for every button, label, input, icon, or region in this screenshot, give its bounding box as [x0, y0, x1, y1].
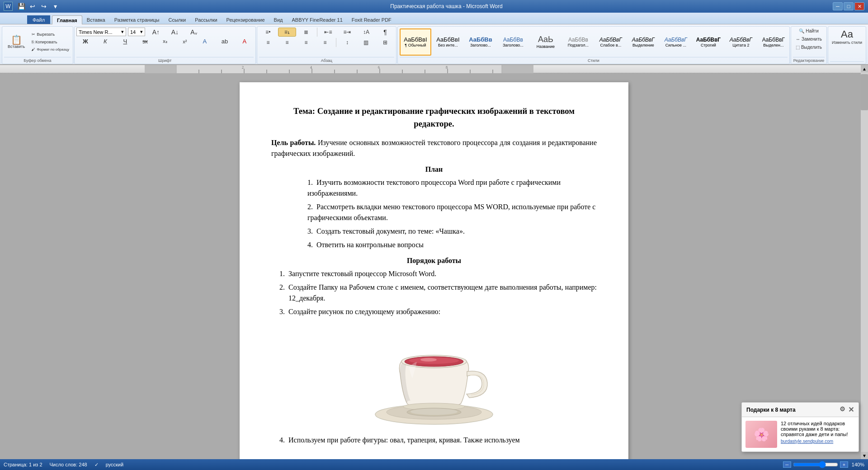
- tab-home[interactable]: Главная: [52, 15, 82, 24]
- scrollbar-right[interactable]: ▲ ▼: [861, 65, 868, 459]
- save-quick-btn[interactable]: 💾: [16, 1, 26, 11]
- style-quote-preview: АаБбВвГ: [730, 37, 752, 43]
- bullets-button[interactable]: ≡•: [259, 28, 277, 36]
- justify-button[interactable]: ≡: [316, 38, 334, 47]
- line-spacing-button[interactable]: ↕: [338, 38, 356, 47]
- zoom-level[interactable]: 140%: [852, 462, 864, 467]
- highlight-button[interactable]: ab: [216, 38, 234, 45]
- maximize-button[interactable]: □: [844, 2, 854, 10]
- tab-view[interactable]: Вид: [269, 15, 288, 24]
- numbering-button[interactable]: ≡₁: [278, 28, 296, 37]
- spell-check-icon[interactable]: ✓: [94, 462, 99, 468]
- style-heading2[interactable]: АаБбВв Заголово...: [497, 28, 529, 56]
- font-size-selector[interactable]: 14 ▾: [128, 28, 145, 36]
- cut-label: Вырезать: [37, 32, 55, 37]
- tab-review[interactable]: Рецензирование: [222, 15, 269, 24]
- close-button[interactable]: ✕: [854, 2, 864, 10]
- increase-font-button[interactable]: A↑: [147, 28, 165, 36]
- multilevel-list-button[interactable]: ≣: [297, 28, 315, 36]
- replace-button[interactable]: ↔ Заменить: [794, 36, 824, 42]
- order-text-4: Используем при работе фигуры: овал, трап…: [288, 435, 597, 446]
- style-subtle-em[interactable]: АаБбВвГ Слабое в...: [595, 28, 627, 56]
- align-right-button[interactable]: ≡: [297, 38, 315, 47]
- svg-rect-2: [502, 65, 533, 73]
- style-heading2-preview: АаБбВв: [503, 37, 523, 43]
- notification-controls: ⚙ ✕: [840, 405, 854, 414]
- tab-file[interactable]: Файл: [27, 15, 50, 24]
- tab-references[interactable]: Ссылки: [164, 15, 190, 24]
- cut-button[interactable]: ✂ Вырезать: [30, 31, 71, 38]
- page-info[interactable]: Страница: 1 из 2: [4, 462, 42, 467]
- find-label: Найти: [806, 28, 819, 33]
- sort-button[interactable]: ↕A: [357, 28, 375, 36]
- notification-link[interactable]: burdastyle.sendpulse.com: [781, 439, 855, 444]
- style-subtitle[interactable]: АаБбВв Подзагол...: [562, 28, 594, 56]
- font-content: Times New R... ▾ 14 ▾ A↑ A↓ Aᵥ Ж К Ч зк …: [76, 28, 254, 56]
- superscript-button[interactable]: x²: [176, 38, 194, 45]
- tab-mailings[interactable]: Рассылки: [190, 15, 222, 24]
- word-count[interactable]: Число слов: 248: [50, 462, 87, 467]
- scroll-down-button[interactable]: ▼: [861, 452, 868, 459]
- font-name-selector[interactable]: Times New R... ▾: [76, 28, 126, 36]
- style-title[interactable]: АаЬ Название: [530, 28, 561, 56]
- minimize-button[interactable]: ─: [833, 2, 843, 10]
- tab-abbyy[interactable]: ABBYY FineReader 11: [287, 15, 347, 24]
- decrease-font-button[interactable]: A↓: [166, 28, 184, 36]
- ruler-svg: 2 4 6 8: [145, 65, 533, 73]
- decrease-indent-button[interactable]: ⇤≡: [319, 28, 337, 36]
- copy-icon: ⎘: [32, 40, 34, 44]
- shading-button[interactable]: ▥: [357, 38, 375, 47]
- style-strong[interactable]: АаБбВвГ Строгий: [693, 28, 724, 56]
- italic-button[interactable]: К: [96, 38, 114, 45]
- copy-button[interactable]: ⎘ Копировать: [30, 39, 71, 45]
- font-color-button[interactable]: A: [236, 38, 254, 45]
- change-styles-button[interactable]: Aa Изменить стили: [830, 28, 864, 46]
- format-painter-button[interactable]: 🖌 Формат по образцу: [30, 47, 71, 52]
- text-effects-button[interactable]: A: [196, 38, 214, 45]
- scroll-up-button[interactable]: ▲: [861, 65, 868, 72]
- zoom-in-button[interactable]: +: [840, 461, 848, 468]
- clear-format-button[interactable]: Aᵥ: [185, 28, 203, 36]
- scroll-thumb[interactable]: [861, 74, 868, 110]
- strikethrough-button[interactable]: зк: [136, 38, 154, 45]
- style-no-spacing[interactable]: АаБбВвI Без инте...: [432, 28, 464, 56]
- find-button[interactable]: 🔍 Найти: [797, 28, 821, 34]
- undo-quick-btn[interactable]: ↩: [28, 1, 38, 11]
- style-emphasis[interactable]: АаБбВвГ Выделение: [627, 28, 659, 56]
- zoom-slider[interactable]: [793, 461, 838, 468]
- clipboard-group-label: Буфер обмена: [4, 57, 71, 63]
- style-intense-em[interactable]: АаБбВвГ Сильное ...: [660, 28, 692, 56]
- show-marks-button[interactable]: ¶: [376, 28, 394, 37]
- style-intense-quote[interactable]: АаБбВвГ Выделен...: [758, 28, 788, 56]
- align-center-button[interactable]: ≡: [278, 38, 296, 47]
- bold-button[interactable]: Ж: [76, 38, 94, 45]
- order-text-2: Создайте Папку на Рабочем столе с именем…: [288, 282, 597, 304]
- paste-button[interactable]: 📋 Вставить: [4, 33, 28, 51]
- font-size-value: 14: [130, 29, 136, 35]
- plan-item-4: 4. Ответить на контрольные вопросы: [307, 240, 597, 250]
- order-item-1: 1. Запустите текстовый процессор Microso…: [271, 268, 597, 279]
- customize-quick-btn[interactable]: ▾: [50, 1, 60, 11]
- language[interactable]: русский: [106, 462, 123, 467]
- align-left-button[interactable]: ≡: [259, 38, 277, 47]
- format-label: Формат по образцу: [37, 47, 69, 52]
- notification-close-button[interactable]: ✕: [848, 405, 854, 414]
- subscript-button[interactable]: x₂: [156, 38, 174, 45]
- style-normal[interactable]: АаБбВвI ¶ Обычный: [400, 28, 431, 56]
- increase-indent-button[interactable]: ≡⇥: [338, 28, 356, 36]
- tab-page-layout[interactable]: Разметка страницы: [110, 15, 164, 24]
- redo-quick-btn[interactable]: ↪: [39, 1, 49, 11]
- style-no-spacing-label: Без инте...: [438, 43, 458, 47]
- style-quote[interactable]: АаБбВвГ Цитата 2: [725, 28, 757, 56]
- borders-button[interactable]: ⊞: [376, 38, 394, 47]
- style-heading1[interactable]: АаБбВв Заголово...: [465, 28, 496, 56]
- underline-button[interactable]: Ч: [116, 38, 134, 45]
- zoom-out-button[interactable]: ─: [783, 461, 791, 468]
- notification-settings-button[interactable]: ⚙: [840, 405, 845, 414]
- tab-insert[interactable]: Вставка: [82, 15, 110, 24]
- select-button[interactable]: ⬚ Выделить: [794, 44, 824, 51]
- document-area[interactable]: Тема: Создание и редактирование графичес…: [0, 73, 868, 459]
- tab-foxit[interactable]: Foxit Reader PDF: [347, 15, 396, 24]
- style-intense-quote-preview: АаБбВвГ: [762, 37, 785, 43]
- ribbon-tabs: Файл Главная Вставка Разметка страницы С…: [0, 13, 868, 24]
